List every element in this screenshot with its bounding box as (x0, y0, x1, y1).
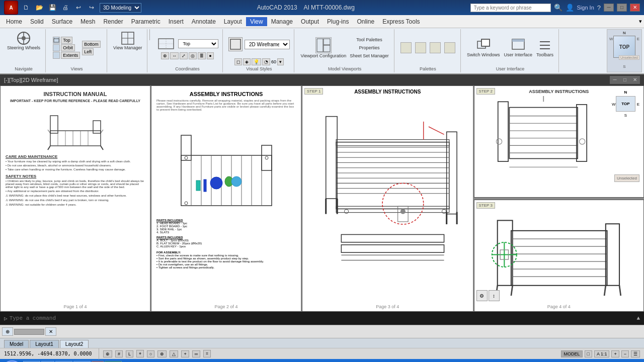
bed-svg-4bot (478, 210, 640, 299)
tab-layout2[interactable]: Layout2 (60, 340, 89, 348)
views-row: Top Orbit Extents Bottom (53, 30, 101, 65)
ducs-btn[interactable]: △ (170, 350, 178, 357)
ui-btn[interactable]: ☰ (631, 350, 640, 357)
grid-btn[interactable]: # (115, 350, 123, 357)
cmd-clear-btn[interactable]: ✕ (45, 327, 56, 336)
menu-layout[interactable]: Layout (220, 17, 246, 26)
polar-btn[interactable]: ⌖ (136, 350, 144, 357)
osnap-btn[interactable]: ○ (147, 350, 154, 357)
scale-btn[interactable]: A 1:1 (594, 350, 610, 357)
minimize-button[interactable]: ─ (604, 4, 614, 12)
menu-parametric[interactable]: Parametric (127, 17, 165, 26)
coords-tool2[interactable]: ↔ (170, 52, 179, 59)
sign-in-button[interactable]: Sign In (577, 5, 594, 11)
layout-bar[interactable] (14, 329, 44, 335)
visual-tool1[interactable]: ◻ (234, 58, 242, 65)
viewport-4-top[interactable]: STEP 2 ASSEMBLY INSTRUCTIONS N S E W TOP (474, 85, 645, 198)
coords-tool3[interactable]: ⤢ (180, 52, 188, 59)
palette-tool4[interactable] (443, 41, 456, 54)
restore-button[interactable]: □ (617, 4, 627, 12)
palette-tool1[interactable] (399, 41, 413, 54)
viewport-config-btn[interactable]: Viewport Configuration (299, 36, 347, 59)
sheet-set-btn[interactable]: Sheet Set Manager (349, 52, 390, 59)
model-btn[interactable]: MODEL (561, 350, 582, 357)
svg-rect-88 (509, 108, 578, 159)
menu-output[interactable]: Output (297, 17, 323, 26)
qat-open[interactable]: 📂 (34, 3, 44, 13)
workspace-selector[interactable]: 3D Modeling (100, 3, 141, 13)
steering-wheels-btn[interactable]: Steering Wheels (6, 30, 41, 51)
command-input[interactable] (10, 315, 637, 321)
paper-btn[interactable]: □ (585, 350, 592, 357)
ortho-btn[interactable]: L (126, 350, 133, 357)
qat-save[interactable]: 💾 (47, 3, 57, 13)
viewport-1[interactable]: INSTRUCTION MANUAL IMPORTANT - KEEP FOR … (0, 85, 151, 312)
qat-redo[interactable]: ↪ (87, 3, 97, 13)
menu-annotate[interactable]: Annotate (188, 17, 220, 26)
tab-model[interactable]: Model (4, 340, 29, 348)
compass-top-label[interactable]: TOP (616, 96, 635, 112)
otrack-btn[interactable]: ⊗ (157, 350, 167, 357)
visual-tool4[interactable]: ◔ (262, 58, 270, 65)
qat-undo[interactable]: ↩ (73, 3, 84, 13)
visual-more[interactable]: ▾ (277, 58, 284, 65)
menu-surface[interactable]: Surface (48, 17, 76, 26)
search-input[interactable] (470, 4, 551, 12)
tab-layout1[interactable]: Layout1 (30, 340, 59, 348)
qat-print[interactable]: 🖨 (60, 3, 70, 13)
viewcube-face[interactable]: TOP (613, 36, 635, 58)
properties-btn[interactable]: Properties (349, 44, 390, 51)
coords-tool6[interactable]: ● (207, 52, 213, 59)
view-left-btn[interactable]: Left (82, 48, 94, 55)
dyn-btn[interactable]: + (181, 350, 189, 357)
view-bottom-btn[interactable]: Bottom (82, 41, 101, 48)
viewport-2[interactable]: ASSEMBLY INSTRUCTIONS Please read instru… (151, 85, 302, 312)
menu-mesh[interactable]: Mesh (76, 17, 99, 26)
view-manager-btn[interactable]: View Manager (112, 30, 143, 51)
view-minimize-btn[interactable]: ─ (610, 76, 620, 84)
snap-icon[interactable]: ⊕ (2, 327, 13, 336)
tool-palettes-btn[interactable]: Tool Palettes (349, 36, 390, 43)
user-interface-btn[interactable]: User Interface (503, 37, 533, 58)
tab-bar: Model Layout1 Layout2 (0, 338, 644, 348)
coords-tool1[interactable]: ⊕ (161, 52, 169, 59)
coords-tool5[interactable]: ≣ (198, 52, 206, 59)
zoom-in-btn[interactable]: + (611, 350, 619, 357)
snap-mode-btn[interactable]: ⊕ (103, 350, 112, 357)
view-restore-btn[interactable]: □ (620, 76, 630, 84)
vp4-tool1[interactable]: ⚙ (476, 290, 488, 301)
menu-render[interactable]: Render (99, 17, 127, 26)
palette-tool2[interactable] (414, 41, 427, 54)
menu-view[interactable]: View (246, 17, 267, 26)
menu-plugins[interactable]: Plug-ins (323, 17, 353, 26)
menu-online[interactable]: Online (353, 17, 378, 26)
tp-btn[interactable]: ⌗ (203, 350, 211, 357)
menu-manage[interactable]: Manage (267, 17, 297, 26)
menu-insert[interactable]: Insert (165, 17, 188, 26)
vp4-tool2[interactable]: ↕ (489, 290, 500, 301)
menu-express[interactable]: Express Tools (378, 17, 424, 26)
lw-btn[interactable]: ═ (192, 350, 200, 357)
coords-tool4[interactable]: ◎ (189, 52, 197, 59)
viewport-4-bottom[interactable]: STEP 3 (474, 200, 645, 312)
zoom-out-btn[interactable]: − (621, 350, 629, 357)
menu-solid[interactable]: Solid (26, 17, 48, 26)
cmd-scroll-btn[interactable]: ▲ (636, 315, 640, 321)
close-button[interactable]: ✕ (630, 4, 640, 12)
visual-tool3[interactable]: 💡 (252, 58, 261, 65)
toolbars-btn[interactable]: Toolbars (535, 37, 554, 58)
menu-home[interactable]: Home (2, 17, 26, 26)
view-orbit-btn[interactable]: Orbit (61, 44, 75, 51)
view-close-btn[interactable]: ✕ (630, 76, 640, 84)
qat-new[interactable]: 🗋 (21, 3, 31, 13)
coords-top-select[interactable]: Top (178, 39, 218, 48)
viewport-3[interactable]: ASSEMBLY INSTRUCTIONS STEP 1 (302, 85, 474, 312)
visual-tool2[interactable]: ◈ (243, 58, 251, 65)
svg-rect-16 (317, 39, 323, 52)
visual-style-select[interactable]: 2D Wireframe (245, 40, 290, 49)
view-top-btn[interactable]: Top (61, 37, 72, 44)
palette-tool3[interactable] (429, 41, 442, 54)
help-icon[interactable]: ? (597, 4, 601, 12)
switch-windows-btn[interactable]: Switch Windows (466, 37, 501, 58)
view-extents-btn[interactable]: Extents (61, 52, 80, 59)
